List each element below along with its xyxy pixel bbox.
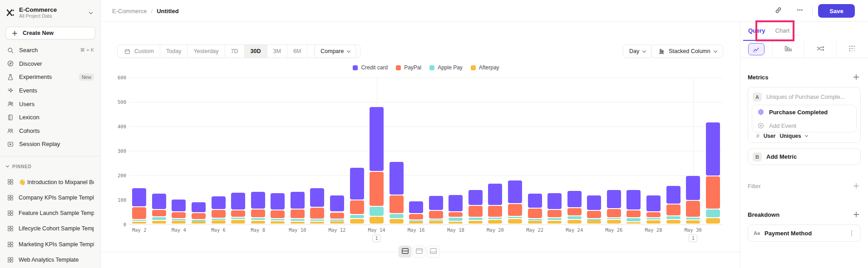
kebab-menu-icon[interactable]: [848, 230, 855, 236]
sidebar-item-discover[interactable]: Discover: [0, 57, 100, 71]
compare-dropdown[interactable]: Compare: [314, 44, 356, 58]
bar-segment-apple-pay[interactable]: [192, 220, 206, 221]
granularity-dropdown[interactable]: Day: [623, 44, 652, 58]
date-range-custom[interactable]: Custom: [118, 45, 160, 58]
report-title[interactable]: Untitled: [157, 8, 178, 15]
bar-segment-afterpay[interactable]: [390, 219, 404, 224]
bar-segment-afterpay[interactable]: [251, 221, 265, 224]
legend-item-credit-card[interactable]: Credit card: [353, 64, 388, 71]
bar-segment-paypal[interactable]: [409, 214, 423, 219]
sidebar-item-search[interactable]: Search⌘ + K: [0, 44, 100, 57]
bar-segment-afterpay[interactable]: [567, 220, 582, 224]
annotation-count-badge[interactable]: 1: [689, 234, 697, 242]
bar-segment-credit-card[interactable]: [587, 195, 601, 210]
save-button[interactable]: Save: [818, 4, 855, 18]
bar-segment-credit-card[interactable]: [291, 192, 305, 209]
tab-query[interactable]: Query: [743, 22, 770, 41]
bar-segment-paypal[interactable]: [469, 206, 483, 217]
bar-segment-apple-pay[interactable]: [547, 218, 562, 220]
bar-segment-apple-pay[interactable]: [212, 219, 226, 220]
bar-segment-afterpay[interactable]: [231, 220, 245, 224]
bar-segment-apple-pay[interactable]: [646, 218, 661, 219]
bar-segment-paypal[interactable]: [587, 211, 601, 218]
sidebar-item-users[interactable]: Users: [0, 97, 100, 111]
date-range-30d[interactable]: 30D: [245, 45, 267, 58]
bar-segment-credit-card[interactable]: [666, 186, 681, 204]
bar-segment-paypal[interactable]: [528, 209, 542, 218]
bar-segment-credit-card[interactable]: [330, 195, 344, 211]
tab-funnels[interactable]: [773, 41, 805, 58]
bar-segment-paypal[interactable]: [706, 176, 720, 209]
sidebar-item-session-replay[interactable]: Session Replay: [0, 137, 100, 151]
bar-segment-credit-card[interactable]: [706, 122, 720, 175]
bar-segment-credit-card[interactable]: [310, 188, 324, 207]
bar-segment-apple-pay[interactable]: [330, 219, 344, 221]
bar-segment-paypal[interactable]: [271, 210, 285, 218]
tab-insights[interactable]: [740, 41, 773, 58]
bar-segment-apple-pay[interactable]: [607, 218, 621, 219]
tab-flows[interactable]: [804, 41, 837, 58]
date-range-3m[interactable]: 3M: [267, 45, 287, 58]
bar-segment-apple-pay[interactable]: [626, 218, 641, 221]
bar-segment-credit-card[interactable]: [390, 162, 404, 195]
date-range-7d[interactable]: 7D: [225, 45, 245, 58]
bar-segment-apple-pay[interactable]: [310, 219, 324, 221]
bar-segment-apple-pay[interactable]: [409, 220, 423, 222]
pinned-board-item[interactable]: 👋 Introduction to Mixpanel Bo: [0, 174, 100, 190]
sidebar-item-cohorts[interactable]: Cohorts: [0, 124, 100, 138]
bar-segment-paypal[interactable]: [646, 212, 661, 218]
sidebar-item-experiments[interactable]: ExperimentsNew: [0, 70, 100, 84]
pinned-board-item[interactable]: Web Analytics Template: [0, 252, 100, 268]
bar-segment-paypal[interactable]: [488, 206, 502, 217]
bar-segment-afterpay[interactable]: [192, 221, 206, 224]
pinned-board-item[interactable]: Lifecycle Cohort Sample Temp: [0, 221, 100, 236]
bar-segment-credit-card[interactable]: [488, 184, 502, 205]
bar-segment-afterpay[interactable]: [646, 220, 661, 224]
bar-segment-apple-pay[interactable]: [350, 215, 364, 218]
bar-segment-credit-card[interactable]: [528, 194, 542, 208]
bar-segment-paypal[interactable]: [330, 213, 344, 219]
annotation-count-badge[interactable]: 1: [372, 234, 381, 242]
bar-segment-credit-card[interactable]: [231, 193, 245, 209]
bar-segment-afterpay[interactable]: [666, 220, 681, 224]
add-metric-plus-button[interactable]: [852, 73, 861, 82]
bar-segment-apple-pay[interactable]: [567, 216, 582, 219]
bar-segment-afterpay[interactable]: [528, 221, 542, 224]
bar-segment-afterpay[interactable]: [449, 222, 463, 224]
bar-segment-apple-pay[interactable]: [231, 218, 245, 219]
bar-segment-afterpay[interactable]: [152, 221, 166, 224]
bar-segment-credit-card[interactable]: [626, 190, 641, 210]
bar-segment-paypal[interactable]: [567, 208, 582, 215]
bar-segment-apple-pay[interactable]: [528, 219, 542, 220]
layout-top-button[interactable]: [413, 246, 425, 258]
bar-segment-apple-pay[interactable]: [172, 219, 186, 220]
bar-segment-paypal[interactable]: [350, 200, 364, 214]
bar-segment-afterpay[interactable]: [350, 219, 364, 224]
bar-segment-credit-card[interactable]: [686, 176, 700, 200]
add-filter-button[interactable]: [852, 181, 861, 190]
add-metric-card[interactable]: B Add Metric: [748, 148, 861, 165]
bar-segment-credit-card[interactable]: [607, 190, 621, 208]
bar-segment-apple-pay[interactable]: [508, 217, 522, 218]
bar-segment-afterpay[interactable]: [626, 222, 641, 224]
bar-segment-apple-pay[interactable]: [291, 219, 305, 221]
project-switcher[interactable]: E-Commerce All Project Data: [5, 4, 97, 21]
bar-segment-apple-pay[interactable]: [469, 218, 483, 219]
breadcrumb-project-link[interactable]: E-Commerce: [112, 8, 147, 15]
bar-segment-afterpay[interactable]: [291, 222, 305, 224]
bar-segment-paypal[interactable]: [251, 210, 265, 217]
bar-segment-apple-pay[interactable]: [666, 216, 681, 219]
date-range-today[interactable]: Today: [160, 45, 187, 58]
bar-segment-credit-card[interactable]: [132, 188, 146, 206]
bar-segment-afterpay[interactable]: [409, 221, 423, 224]
legend-item-paypal[interactable]: PayPal: [396, 64, 421, 71]
bar-segment-credit-card[interactable]: [409, 201, 423, 213]
bar-segment-apple-pay[interactable]: [152, 217, 166, 220]
layout-bottom-button[interactable]: [427, 246, 439, 258]
bar-segment-apple-pay[interactable]: [390, 214, 404, 218]
bar-segment-credit-card[interactable]: [370, 107, 384, 171]
bar-segment-paypal[interactable]: [212, 210, 226, 218]
bar-segment-credit-card[interactable]: [350, 168, 364, 200]
pinned-section-toggle[interactable]: PINNED: [6, 163, 32, 170]
bar-segment-apple-pay[interactable]: [251, 218, 265, 220]
